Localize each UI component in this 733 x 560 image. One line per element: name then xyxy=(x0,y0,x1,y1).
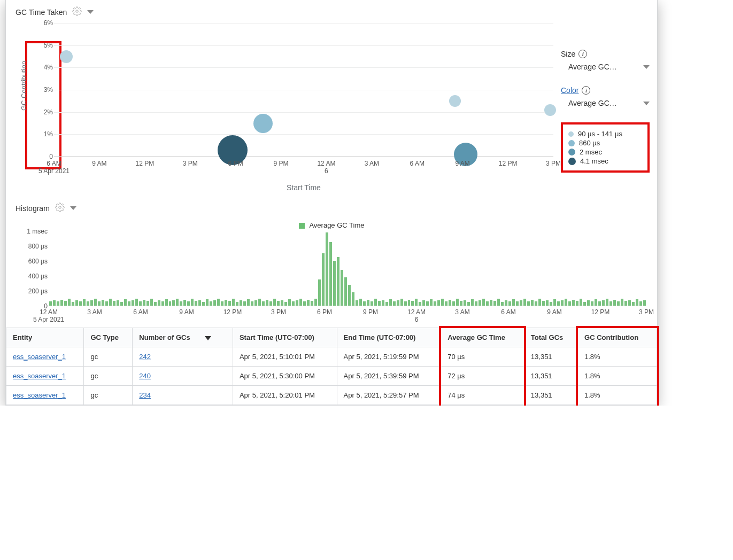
num-gcs-link[interactable]: 234 xyxy=(139,391,151,399)
histogram-bar[interactable] xyxy=(486,301,489,306)
histogram-bar[interactable] xyxy=(262,301,265,306)
histogram-bar[interactable] xyxy=(460,301,462,306)
bubble-point[interactable] xyxy=(449,95,461,107)
histogram-bar[interactable] xyxy=(307,300,310,306)
bubble-point[interactable] xyxy=(544,104,556,116)
histogram-bar[interactable] xyxy=(576,301,578,306)
histogram-bar[interactable] xyxy=(374,299,377,306)
histogram-bar[interactable] xyxy=(382,300,384,306)
histogram-bar[interactable] xyxy=(643,300,646,306)
histogram-bar[interactable] xyxy=(180,301,182,306)
histogram-bar[interactable] xyxy=(128,301,130,306)
histogram-bar[interactable] xyxy=(572,300,575,306)
histogram-bar[interactable] xyxy=(68,299,71,306)
histogram-bar[interactable] xyxy=(467,302,470,306)
histogram-bar[interactable] xyxy=(57,301,59,306)
info-icon[interactable]: i xyxy=(578,50,587,58)
histogram-bar[interactable] xyxy=(411,301,414,306)
color-select[interactable]: Average GC… xyxy=(561,99,650,107)
histogram-bar[interactable] xyxy=(389,299,392,306)
num-gcs-link[interactable]: 242 xyxy=(139,353,151,361)
col-avg-gc-time[interactable]: Average GC Time xyxy=(441,328,524,347)
histogram-bar[interactable] xyxy=(318,279,321,306)
histogram-bar[interactable] xyxy=(165,299,168,306)
histogram-bar[interactable] xyxy=(479,300,481,306)
histogram-bar[interactable] xyxy=(595,299,597,306)
histogram-bar[interactable] xyxy=(243,301,246,306)
histogram-bar[interactable] xyxy=(322,253,325,306)
histogram-bar[interactable] xyxy=(397,300,399,306)
histogram-bar[interactable] xyxy=(120,302,123,306)
histogram-bar[interactable] xyxy=(497,299,500,306)
histogram-bar[interactable] xyxy=(587,300,590,306)
histogram-bar[interactable] xyxy=(161,301,164,306)
histogram-bar[interactable] xyxy=(348,285,351,306)
histogram-bar[interactable] xyxy=(520,300,522,306)
histogram-bar[interactable] xyxy=(542,301,545,306)
histogram-bar[interactable] xyxy=(632,302,635,306)
histogram-bar[interactable] xyxy=(202,302,205,306)
bubble-point[interactable] xyxy=(253,114,273,133)
histogram-bar[interactable] xyxy=(609,301,612,306)
histogram-bar[interactable] xyxy=(523,299,526,306)
histogram-bar[interactable] xyxy=(154,302,157,306)
histogram-bar[interactable] xyxy=(221,301,223,306)
histogram-bar[interactable] xyxy=(240,300,242,306)
histogram-bar[interactable] xyxy=(456,299,459,306)
histogram-bar[interactable] xyxy=(606,299,608,306)
histogram-bar[interactable] xyxy=(404,301,407,306)
histogram-bar[interactable] xyxy=(191,299,194,306)
histogram-bar[interactable] xyxy=(628,300,631,306)
histogram-bar[interactable] xyxy=(284,302,287,306)
histogram-bar[interactable] xyxy=(311,301,313,306)
histogram-bar[interactable] xyxy=(266,300,268,306)
histogram-bar[interactable] xyxy=(550,302,552,306)
histogram-bar[interactable] xyxy=(531,300,534,306)
histogram-bar[interactable] xyxy=(273,299,276,306)
histogram-bar[interactable] xyxy=(83,299,86,306)
histogram-bar[interactable] xyxy=(591,301,593,306)
histogram-bar[interactable] xyxy=(341,270,343,306)
col-entity[interactable]: Entity xyxy=(6,328,84,347)
histogram-plot[interactable]: 0200 µs400 µs600 µs800 µs1 msec xyxy=(49,231,646,306)
col-end-time[interactable]: End Time (UTC-07:00) xyxy=(337,328,441,347)
histogram-bar[interactable] xyxy=(87,301,89,306)
scatter-plot[interactable]: 01%2%3%4%5%6% xyxy=(54,23,553,157)
histogram-bar[interactable] xyxy=(565,299,567,306)
histogram-bar[interactable] xyxy=(445,301,447,306)
histogram-bar[interactable] xyxy=(356,300,358,306)
col-gc-type[interactable]: GC Type xyxy=(84,328,133,347)
histogram-bar[interactable] xyxy=(109,299,112,306)
histogram-bar[interactable] xyxy=(580,299,582,306)
histogram-bar[interactable] xyxy=(251,301,253,306)
histogram-bar[interactable] xyxy=(490,300,492,306)
histogram-bar[interactable] xyxy=(546,300,549,306)
bubble-point[interactable] xyxy=(60,50,73,63)
histogram-bar[interactable] xyxy=(359,299,362,306)
col-total-gcs[interactable]: Total GCs xyxy=(524,328,577,347)
histogram-bar[interactable] xyxy=(90,300,93,306)
histogram-bar[interactable] xyxy=(102,300,104,306)
histogram-bar[interactable] xyxy=(371,301,373,306)
histogram-bar[interactable] xyxy=(169,301,172,306)
histogram-bar[interactable] xyxy=(393,301,396,306)
histogram-bar[interactable] xyxy=(64,301,67,306)
histogram-bar[interactable] xyxy=(329,242,332,306)
histogram-bar[interactable] xyxy=(527,301,530,306)
histogram-bar[interactable] xyxy=(419,302,421,306)
histogram-bar[interactable] xyxy=(254,300,257,306)
histogram-bar[interactable] xyxy=(535,301,537,306)
histogram-bar[interactable] xyxy=(512,299,515,306)
histogram-bar[interactable] xyxy=(49,301,52,306)
histogram-bar[interactable] xyxy=(150,299,153,306)
histogram-bar[interactable] xyxy=(452,301,455,306)
histogram-bar[interactable] xyxy=(303,301,306,306)
histogram-bar[interactable] xyxy=(385,302,388,306)
histogram-bar[interactable] xyxy=(437,300,440,306)
col-gc-contribution[interactable]: GC Contribution xyxy=(578,328,657,347)
histogram-bar[interactable] xyxy=(232,299,235,306)
histogram-bar[interactable] xyxy=(430,299,433,306)
histogram-bar[interactable] xyxy=(434,301,436,306)
histogram-bar[interactable] xyxy=(449,300,451,306)
histogram-bar[interactable] xyxy=(471,299,474,306)
